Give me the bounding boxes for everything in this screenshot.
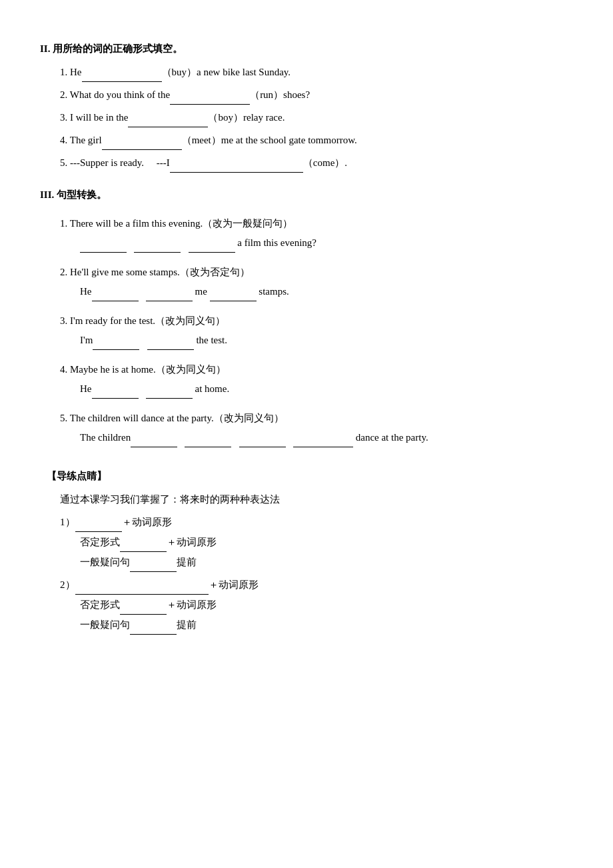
fill-blank[interactable] bbox=[75, 583, 209, 595]
section-2-list: 1. He（buy）a new bike last Sunday. 2. Wha… bbox=[40, 62, 573, 173]
transform-answer-line: I'm the test. bbox=[60, 330, 573, 350]
transform-item-4: 4. Maybe he is at home.（改为同义句） He at hom… bbox=[40, 361, 573, 399]
section-2: II. 用所给的词的正确形式填空。 1. He（buy）a new bike l… bbox=[40, 40, 573, 173]
guide-content: 通过本课学习我们掌握了：将来时的两种种表达法 1）＋动词原形 否定形式＋动词原形… bbox=[47, 489, 573, 635]
transform-answer-line: The children dance at the party. bbox=[60, 427, 573, 447]
item-prefix: 3. I will be in the bbox=[60, 112, 128, 123]
fill-blank[interactable] bbox=[82, 70, 162, 82]
fill-blank[interactable] bbox=[146, 387, 193, 399]
guide-item-main: 1）＋动词原形 bbox=[60, 512, 573, 532]
item-hint: （boy）relay race. bbox=[208, 112, 285, 123]
original-sentence: 4. Maybe he is at home.（改为同义句） bbox=[60, 361, 573, 379]
section-2-title: II. 用所给的词的正确形式填空。 bbox=[40, 40, 573, 58]
section-3: III. 句型转换。 1. There will be a film this … bbox=[40, 186, 573, 447]
fill-blank[interactable] bbox=[128, 115, 208, 127]
guide-intro: 通过本课学习我们掌握了：将来时的两种种表达法 bbox=[60, 489, 573, 509]
item-hint: （run）shoes? bbox=[250, 89, 310, 100]
fill-blank[interactable] bbox=[93, 338, 139, 350]
fill-blank[interactable] bbox=[170, 93, 250, 105]
fill-blank[interactable] bbox=[131, 435, 177, 447]
guide-item-sub2: 一般疑问句提前 bbox=[60, 552, 573, 572]
item-prefix: 4. The girl bbox=[60, 135, 102, 145]
item-prefix: 1. He bbox=[60, 67, 82, 77]
item-prefix: 2. What do you think of the bbox=[60, 89, 170, 100]
fill-blank[interactable] bbox=[239, 435, 286, 447]
fill-blank[interactable] bbox=[92, 289, 139, 301]
list-item: 2. What do you think of the（run）shoes? bbox=[60, 85, 573, 105]
fill-blank[interactable] bbox=[80, 241, 127, 253]
guide-item-2: 2）＋动词原形 否定形式＋动词原形 一般疑问句提前 bbox=[60, 575, 573, 635]
original-sentence: 5. The children will dance at the party.… bbox=[60, 409, 573, 427]
transform-answer-line: He at home. bbox=[60, 379, 573, 399]
item-hint: （buy）a new bike last Sunday. bbox=[162, 67, 291, 77]
guide-section: 【导练点睛】 通过本课学习我们掌握了：将来时的两种种表达法 1）＋动词原形 否定… bbox=[40, 467, 573, 635]
fill-blank[interactable] bbox=[134, 241, 181, 253]
list-item: 3. I will be in the（boy）relay race. bbox=[60, 107, 573, 127]
section-3-title-text: III. 句型转换。 bbox=[40, 189, 107, 200]
section-3-title: III. 句型转换。 bbox=[40, 186, 573, 204]
fill-blank[interactable] bbox=[75, 520, 122, 532]
fill-blank[interactable] bbox=[170, 161, 303, 173]
transform-answer-line: a film this evening? bbox=[60, 233, 573, 253]
fill-blank[interactable] bbox=[92, 387, 139, 399]
original-sentence: 2. He'll give me some stamps.（改为否定句） bbox=[60, 263, 573, 281]
fill-blank[interactable] bbox=[130, 560, 177, 572]
guide-item-1: 1）＋动词原形 否定形式＋动词原形 一般疑问句提前 bbox=[60, 512, 573, 572]
fill-blank[interactable] bbox=[130, 623, 177, 635]
fill-blank[interactable] bbox=[293, 435, 353, 447]
list-item: 5. ---Supper is ready. ---I（come）. bbox=[60, 153, 573, 173]
fill-blank[interactable] bbox=[120, 540, 167, 552]
original-sentence: 1. There will be a film this evening.（改为… bbox=[60, 215, 573, 233]
guide-item-sub1: 否定形式＋动词原形 bbox=[60, 532, 573, 552]
fill-blank[interactable] bbox=[189, 241, 235, 253]
guide-title: 【导练点睛】 bbox=[47, 467, 573, 485]
transform-item-1: 1. There will be a film this evening.（改为… bbox=[40, 215, 573, 253]
transform-item-2: 2. He'll give me some stamps.（改为否定句） He … bbox=[40, 263, 573, 301]
fill-blank[interactable] bbox=[146, 289, 193, 301]
original-sentence: 3. I'm ready for the test.（改为同义句） bbox=[60, 312, 573, 330]
transform-item-5: 5. The children will dance at the party.… bbox=[40, 409, 573, 447]
item-prefix: 5. ---Supper is ready. ---I bbox=[60, 157, 170, 168]
guide-item-main: 2）＋动词原形 bbox=[60, 575, 573, 595]
fill-blank[interactable] bbox=[147, 338, 194, 350]
fill-blank[interactable] bbox=[120, 603, 167, 615]
list-item: 1. He（buy）a new bike last Sunday. bbox=[60, 62, 573, 82]
item-hint: （meet）me at the school gate tommorrow. bbox=[182, 135, 357, 145]
section-2-title-text: II. 用所给的词的正确形式填空。 bbox=[40, 43, 183, 54]
fill-blank[interactable] bbox=[185, 435, 231, 447]
fill-blank[interactable] bbox=[210, 289, 257, 301]
fill-blank[interactable] bbox=[102, 138, 182, 150]
guide-item-sub2: 一般疑问句提前 bbox=[60, 615, 573, 635]
list-item: 4. The girl（meet）me at the school gate t… bbox=[60, 130, 573, 150]
item-hint: （come）. bbox=[303, 157, 347, 168]
guide-item-sub1: 否定形式＋动词原形 bbox=[60, 595, 573, 615]
transform-answer-line: He me stamps. bbox=[60, 281, 573, 301]
transform-item-3: 3. I'm ready for the test.（改为同义句） I'm th… bbox=[40, 312, 573, 350]
